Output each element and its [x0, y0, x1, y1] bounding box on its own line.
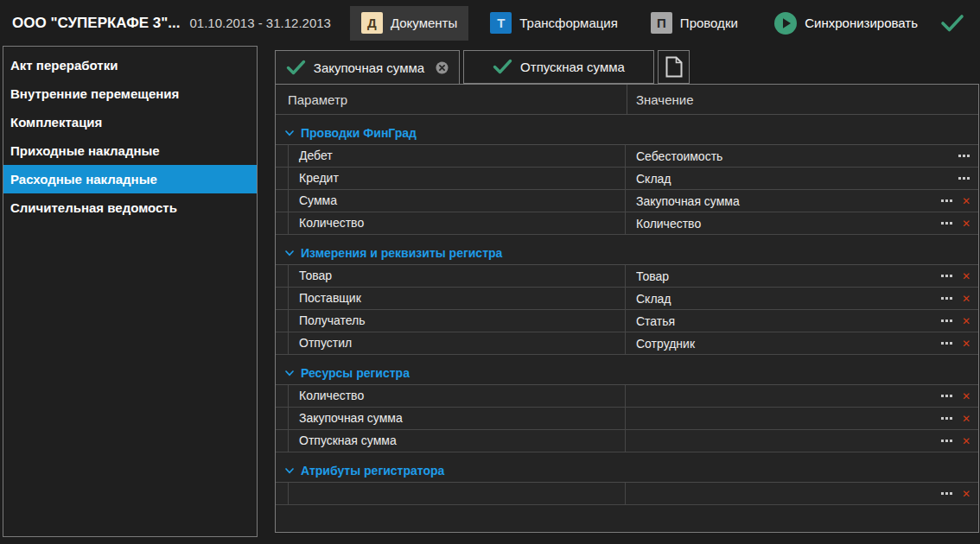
value-cell[interactable]: Товар✕ — [626, 265, 978, 287]
nav-tab-icon-2: П — [651, 12, 672, 34]
nav-tab-label: Документы — [391, 16, 457, 30]
remove-icon[interactable]: ✕ — [962, 218, 970, 229]
param-row: ✕ — [276, 483, 978, 505]
ellipsis-button[interactable] — [941, 342, 953, 345]
grid-header: Параметр Значение — [276, 85, 978, 115]
value-text: Количество — [636, 217, 941, 231]
value-cell[interactable]: Закупочная сумма✕ — [626, 190, 978, 212]
param-cell[interactable]: Товар — [289, 265, 626, 287]
remove-icon[interactable]: ✕ — [962, 271, 970, 281]
section-title: Атрибуты регистратора — [301, 464, 444, 478]
main-nav: ДДокументыТТрансформацияППроводки — [350, 6, 749, 41]
param-cell[interactable]: Получатель — [289, 310, 626, 332]
remove-icon[interactable]: ✕ — [962, 316, 970, 326]
date-range: 01.10.2013 - 31.12.2013 — [189, 16, 330, 30]
param-cell[interactable]: Кредит — [289, 168, 626, 189]
ellipsis-button[interactable] — [941, 275, 953, 278]
row-gutter — [276, 332, 289, 354]
value-cell[interactable]: Количество✕ — [626, 212, 978, 234]
remove-icon[interactable]: ✕ — [962, 196, 970, 206]
param-cell[interactable]: Сумма — [289, 190, 626, 212]
remove-icon[interactable]: ✕ — [962, 414, 970, 424]
param-cell[interactable]: Отпускная сумма — [289, 430, 626, 452]
document-types-sidebar: Акт переработкиВнутренние перемещенияКом… — [3, 46, 258, 537]
param-row: ТоварТовар✕ — [276, 265, 978, 288]
nav-tab-2[interactable]: ППроводки — [640, 6, 749, 41]
param-cell[interactable]: Закупочная сумма — [289, 408, 626, 429]
sidebar-item-5[interactable]: Сличительная ведомость — [3, 193, 257, 222]
ellipsis-button[interactable] — [941, 440, 953, 443]
nav-tab-label: Проводки — [680, 16, 738, 30]
remove-icon[interactable]: ✕ — [962, 294, 970, 304]
param-cell[interactable]: Дебет — [289, 145, 626, 167]
value-cell[interactable]: ✕ — [626, 483, 978, 504]
play-icon — [774, 12, 797, 35]
section-title: Измерения и реквизиты регистра — [301, 246, 502, 260]
ellipsis-button[interactable] — [958, 177, 970, 180]
sidebar-item-1[interactable]: Внутренние перемещения — [3, 79, 257, 108]
tab-otpusknaya-summa[interactable]: Отпускная сумма — [463, 50, 654, 84]
param-row: ДебетСебестоимость — [276, 145, 978, 168]
nav-tab-icon-0: Д — [361, 12, 383, 34]
ellipsis-button[interactable] — [941, 319, 953, 323]
value-cell[interactable]: ✕ — [626, 408, 978, 429]
remove-icon[interactable]: ✕ — [962, 436, 970, 446]
value-cell[interactable]: Себестоимость — [626, 145, 978, 167]
param-cell[interactable]: Количество — [289, 212, 626, 234]
close-tab-icon[interactable] — [436, 61, 449, 74]
sidebar-item-0[interactable]: Акт переработки — [3, 51, 257, 79]
section-header-2[interactable]: Ресурсы регистра — [276, 362, 978, 385]
param-cell[interactable]: Количество — [289, 385, 626, 407]
param-cell[interactable]: Поставщик — [289, 288, 626, 309]
row-gutter — [276, 483, 289, 504]
ellipsis-button[interactable] — [941, 417, 953, 421]
ellipsis-button[interactable] — [941, 222, 953, 225]
sidebar-item-4[interactable]: Расходные накладные — [3, 165, 257, 193]
value-cell[interactable]: Склад✕ — [626, 288, 978, 309]
section-3: Атрибуты регистратора✕ — [276, 459, 978, 505]
value-cell[interactable]: ✕ — [626, 385, 978, 407]
chevron-down-icon — [285, 130, 294, 136]
ellipsis-button[interactable] — [941, 492, 953, 496]
new-document-icon — [665, 56, 683, 78]
ellipsis-button[interactable] — [941, 297, 953, 300]
value-text: Сотрудник — [636, 337, 941, 351]
tab-zakupochnaya-summa[interactable]: Закупочная сумма — [275, 50, 460, 85]
section-header-1[interactable]: Измерения и реквизиты регистра — [276, 242, 978, 265]
ellipsis-button[interactable] — [958, 155, 970, 158]
param-row: КредитСклад — [276, 168, 978, 190]
remove-icon[interactable]: ✕ — [962, 338, 970, 349]
nav-tab-label: Трансформация — [519, 16, 618, 30]
nav-tab-1[interactable]: ТТрансформация — [479, 6, 629, 41]
value-text: Склад — [636, 172, 958, 186]
apply-check-icon[interactable] — [940, 14, 964, 33]
nav-tab-0[interactable]: ДДокументы — [350, 6, 468, 41]
value-cell[interactable]: Статья✕ — [626, 310, 978, 332]
value-cell[interactable]: Сотрудник✕ — [626, 332, 978, 354]
remove-icon[interactable]: ✕ — [962, 391, 970, 402]
section-header-0[interactable]: Проводки ФинГрад — [276, 122, 978, 145]
param-cell[interactable]: Отпустил — [289, 332, 626, 354]
synchronize-label: Синхронизировать — [805, 16, 918, 30]
nav-tab-icon-1: Т — [490, 12, 512, 34]
ellipsis-button[interactable] — [941, 395, 953, 398]
ellipsis-button[interactable] — [941, 199, 953, 203]
remove-icon[interactable]: ✕ — [962, 489, 970, 499]
row-gutter — [276, 168, 289, 189]
new-tab-button[interactable] — [658, 50, 690, 84]
param-row: СуммаЗакупочная сумма✕ — [276, 190, 978, 212]
value-cell[interactable]: Склад — [626, 168, 978, 189]
row-gutter — [276, 212, 289, 234]
column-header-value: Значение — [636, 85, 694, 115]
sidebar-item-3[interactable]: Приходные накладные — [3, 136, 257, 165]
value-cell[interactable]: ✕ — [626, 430, 978, 452]
section-header-3[interactable]: Атрибуты регистратора — [276, 459, 978, 483]
sidebar-item-2[interactable]: Комплектация — [3, 108, 257, 136]
param-cell[interactable] — [289, 483, 626, 504]
section-1: Измерения и реквизиты регистраТоварТовар… — [276, 242, 978, 355]
top-bar: ООО "СУПЕРКАФЕ 3"... 01.10.2013 - 31.12.… — [0, 0, 980, 46]
value-text: Статья — [636, 314, 941, 328]
column-header-param: Параметр — [288, 85, 347, 115]
synchronize-button[interactable]: Синхронизировать — [774, 12, 918, 35]
param-row: КоличествоКоличество✕ — [276, 212, 978, 235]
